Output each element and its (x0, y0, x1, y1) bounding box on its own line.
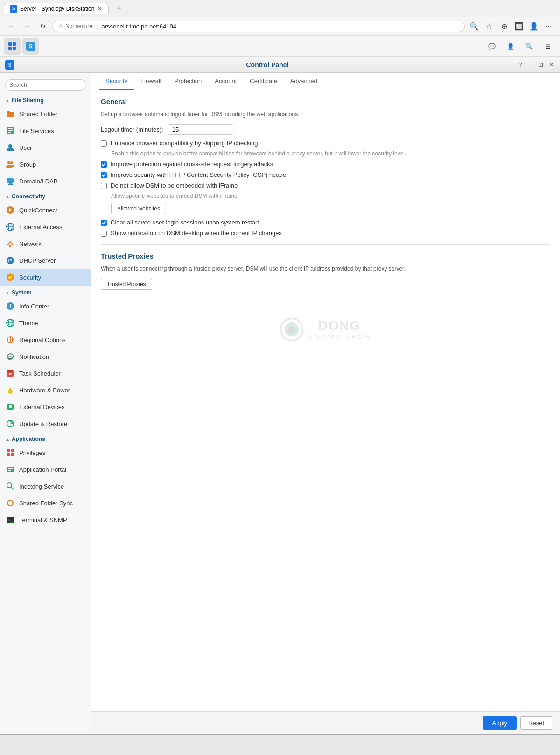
address-bar[interactable]: ⚠ Not secure | arssenei.t.tmeipn.net:641… (52, 21, 465, 32)
allowed-websites-container: Allowed websites (111, 203, 550, 214)
watermark: DONG KNOWS TECH (101, 308, 550, 350)
svg-point-9 (7, 161, 10, 164)
restore-button[interactable]: ⊡ (537, 61, 545, 69)
sidebar-item-theme[interactable]: Theme (0, 315, 91, 331)
extensions-button[interactable]: 🔲 (512, 20, 525, 33)
svg-rect-49 (8, 470, 11, 471)
dsm-toolbar-btn[interactable]: S (22, 38, 39, 55)
sidebar-search-container (0, 77, 91, 93)
browser-window: S Server - Synology DiskStation ✕ + ← → … (0, 0, 560, 57)
logout-timer-input[interactable] (168, 124, 233, 135)
sidebar-item-quickconnect[interactable]: QuickConnect (0, 202, 91, 218)
ip-change-notify-checkbox[interactable] (101, 231, 107, 237)
csp-header-checkbox[interactable] (101, 172, 107, 178)
enhance-compat-checkbox[interactable] (101, 140, 107, 147)
svg-rect-11 (7, 178, 14, 183)
collection-button[interactable]: ⊕ (497, 20, 511, 33)
browser-toolbar: S 💬 👤 🔍 ⊞ (0, 36, 560, 57)
terminal-snmp-label: Terminal & SNMP (19, 517, 67, 524)
browser-tab[interactable]: S Server - Synology DiskStation ✕ (4, 3, 109, 14)
sidebar-item-security[interactable]: Security (0, 269, 91, 286)
sidebar-item-external-devices[interactable]: External Devices (0, 398, 91, 415)
sidebar-item-hardware-power[interactable]: Hardware & Power (0, 382, 91, 398)
search-btn[interactable]: 🔍 (521, 38, 538, 55)
network-label: Network (19, 240, 42, 247)
sidebar-item-indexing-service[interactable]: Indexing Service (0, 478, 91, 495)
sidebar-item-user[interactable]: User (0, 139, 91, 156)
section-header-applications[interactable]: ▲ Applications (0, 432, 91, 444)
ip-change-notify-row: Show notification on DSM desktop when th… (101, 230, 550, 237)
bookmark-star-button[interactable]: ☆ (483, 20, 496, 33)
sidebar-item-file-services[interactable]: File Services (0, 122, 91, 139)
logout-timer-row: Logout timer (minutes): (101, 124, 550, 135)
apps-toolbar-btn[interactable] (4, 38, 21, 55)
update-restore-icon (5, 419, 15, 429)
tab-advanced[interactable]: Advanced (284, 73, 324, 90)
tab-certificate[interactable]: Certificate (243, 73, 284, 90)
svg-rect-44 (11, 449, 14, 452)
sidebar-item-terminal-snmp[interactable]: >_ Terminal & SNMP (0, 511, 91, 528)
search-input[interactable] (5, 79, 86, 91)
sidebar-item-notification[interactable]: 💬 Notification (0, 348, 91, 365)
tab-close-button[interactable]: ✕ (97, 5, 103, 13)
csrf-protection-row: Improve protection against cross-site re… (101, 161, 550, 168)
main-content-area: Security Firewall Protection Account Cer… (91, 73, 560, 734)
logout-timer-label: Logout timer (minutes): (101, 126, 163, 133)
more-button[interactable]: ··· (542, 20, 555, 33)
csp-header-row: Improve security with HTTP Content Secur… (101, 171, 550, 178)
address-text: arssenei.t.tmeipn.net:64104 (101, 23, 176, 30)
dsm-footer: Apply Reset (91, 711, 560, 734)
sidebar-item-task-scheduler[interactable]: Task Scheduler (0, 365, 91, 382)
search-button[interactable]: 🔍 (468, 20, 481, 33)
chat-btn[interactable]: 💬 (483, 38, 500, 55)
apply-button[interactable]: Apply (483, 716, 517, 730)
watermark-line2: KNOWS TECH (308, 333, 371, 341)
sidebar-item-application-portal[interactable]: Application Portal (0, 461, 91, 478)
section-header-file-sharing[interactable]: ▲ File Sharing (0, 93, 91, 105)
sidebar-item-update-restore[interactable]: Update & Restore (0, 415, 91, 432)
csrf-protection-checkbox[interactable] (101, 161, 107, 168)
reset-button[interactable]: Reset (520, 716, 552, 730)
sidebar-item-network[interactable]: Network (0, 235, 91, 252)
refresh-button[interactable]: ↻ (36, 20, 49, 33)
privileges-icon (5, 447, 15, 458)
sidebar-item-shared-folder-sync[interactable]: Shared Folder Sync (0, 495, 91, 511)
minimize-button[interactable]: – (527, 61, 534, 69)
svg-rect-5 (8, 128, 13, 129)
forward-button[interactable]: → (21, 20, 34, 33)
content-panel: General Set up a browser automatic logou… (91, 90, 560, 711)
sidebar-item-domain-ldap[interactable]: Domain/LDAP (0, 173, 91, 189)
sidebar-item-info-center[interactable]: Info Center (0, 298, 91, 315)
csrf-protection-label: Improve protection against cross-site re… (111, 161, 273, 168)
back-button[interactable]: ← (5, 20, 18, 33)
section-header-connectivity[interactable]: ▲ Connectivity (0, 189, 91, 202)
theme-label: Theme (19, 320, 38, 327)
security-label: Security (19, 274, 41, 281)
svg-rect-7 (8, 132, 11, 133)
tab-account[interactable]: Account (208, 73, 243, 90)
tab-security[interactable]: Security (99, 73, 134, 90)
indexing-service-label: Indexing Service (19, 483, 64, 490)
sidebar-item-external-access[interactable]: External Access (0, 218, 91, 235)
help-button[interactable]: ? (517, 61, 524, 69)
shared-folder-label: Shared Folder (19, 111, 57, 118)
options-btn[interactable]: ⊞ (539, 38, 556, 55)
iframe-embed-checkbox[interactable] (101, 183, 107, 189)
close-button[interactable]: ✕ (547, 61, 555, 69)
tab-firewall[interactable]: Firewall (134, 73, 168, 90)
sidebar-item-privileges[interactable]: Privileges (0, 444, 91, 461)
sidebar-item-shared-folder[interactable]: Shared Folder (0, 105, 91, 122)
allowed-websites-button[interactable]: Allowed websites (111, 203, 166, 214)
new-tab-button[interactable]: + (112, 2, 126, 15)
info-center-label: Info Center (19, 303, 49, 310)
sidebar-item-regional-options[interactable]: Regional Options (0, 331, 91, 348)
trusted-proxies-button[interactable]: Trusted Proxies (101, 279, 152, 290)
clear-sessions-checkbox[interactable] (101, 220, 107, 226)
profile-button[interactable]: 👤 (527, 20, 540, 33)
user-btn[interactable]: 👤 (502, 38, 519, 55)
sidebar-item-group[interactable]: Group (0, 156, 91, 173)
sidebar-item-dhcp-server[interactable]: IP DHCP Server (0, 252, 91, 269)
tab-protection[interactable]: Protection (168, 73, 209, 90)
section-header-system[interactable]: ▲ System (0, 286, 91, 298)
tab-title: Server - Synology DiskStation (20, 6, 94, 12)
